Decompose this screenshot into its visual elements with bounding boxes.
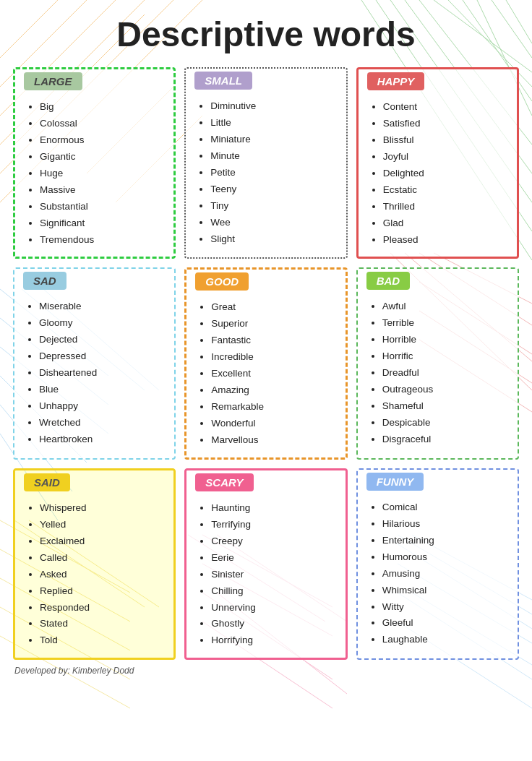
list-item: Asked	[40, 567, 165, 583]
list-item: Blue	[39, 382, 166, 398]
category-label-bad: BAD	[366, 272, 411, 290]
list-item: Blissful	[383, 132, 508, 149]
list-item: Disheartened	[39, 365, 166, 382]
list-item: Miserable	[39, 298, 166, 315]
list-item: Gleeful	[382, 615, 509, 632]
category-box-bad: BADAwfulTerribleHorribleHorrificDreadful…	[356, 267, 519, 459]
list-item: Called	[40, 550, 165, 567]
list-item: Depressed	[39, 348, 166, 365]
page: Descriptive words LARGEBigColossalEnormo…	[0, 0, 532, 761]
category-box-said: SAIDWhisperedYelledExclaimedCalledAskedR…	[13, 468, 176, 660]
list-item: Superior	[211, 316, 336, 332]
list-item: Humorous	[382, 549, 509, 566]
list-item: Despicable	[382, 415, 509, 431]
list-item: Sinister	[211, 567, 336, 583]
list-item: Stated	[40, 616, 165, 632]
list-item: Witty	[382, 599, 509, 616]
category-box-sad: SADMiserableGloomyDejectedDepressedDishe…	[13, 267, 176, 459]
word-list-large: BigColossalEnormousGiganticHugeMassiveSu…	[24, 99, 165, 248]
list-item: Disgraceful	[382, 431, 509, 448]
list-item: Replied	[40, 583, 165, 600]
list-item: Whimsical	[382, 582, 509, 599]
list-item: Gigantic	[40, 149, 165, 165]
list-item: Slight	[210, 231, 337, 248]
list-item: Outrageous	[382, 382, 509, 398]
list-item: Teeny	[210, 181, 337, 198]
list-item: Yelled	[40, 517, 165, 533]
list-item: Fantastic	[211, 332, 336, 349]
page-title: Descriptive words	[7, 7, 525, 54]
list-item: Whispered	[40, 500, 165, 517]
list-item: Told	[40, 632, 165, 649]
category-label-funny: FUNNY	[366, 473, 424, 491]
list-item: Amusing	[382, 566, 509, 582]
list-item: Amazing	[211, 382, 336, 399]
list-item: Thrilled	[383, 199, 508, 215]
category-box-happy: HAPPYContentSatisfiedBlissfulJoyfulDelig…	[356, 67, 519, 259]
list-item: Comical	[382, 499, 509, 516]
list-item: Massive	[40, 182, 165, 199]
word-list-happy: ContentSatisfiedBlissfulJoyfulDelightedE…	[367, 99, 508, 248]
word-list-scary: HauntingTerrifyingCreepyEerieSinisterChi…	[195, 500, 336, 649]
list-item: Heartbroken	[39, 431, 166, 448]
list-item: Great	[211, 299, 336, 316]
list-item: Horrific	[382, 348, 509, 365]
list-item: Eerie	[211, 550, 336, 567]
list-item: Exclaimed	[40, 533, 165, 550]
list-item: Horrifying	[211, 632, 336, 649]
list-item: Dreadful	[382, 365, 509, 382]
category-box-good: GOODGreatSuperiorFantasticIncredibleExce…	[184, 267, 347, 459]
list-item: Marvellous	[211, 432, 336, 449]
category-label-scary: SCARY	[195, 473, 253, 491]
list-item: Remarkable	[211, 399, 336, 416]
list-item: Wretched	[39, 415, 166, 431]
list-item: Miniature	[210, 132, 337, 148]
list-item: Pleased	[383, 232, 508, 249]
list-item: Wee	[210, 215, 337, 231]
list-item: Horrible	[382, 332, 509, 348]
category-box-funny: FUNNYComicalHilariousEntertainingHumorou…	[356, 468, 519, 660]
list-item: Delighted	[383, 165, 508, 182]
list-item: Awful	[382, 298, 509, 315]
category-label-good: GOOD	[195, 272, 249, 291]
word-list-bad: AwfulTerribleHorribleHorrificDreadfulOut…	[366, 298, 509, 447]
list-item: Satisfied	[383, 116, 508, 132]
list-item: Huge	[40, 165, 165, 182]
list-item: Responded	[40, 600, 165, 616]
category-label-large: LARGE	[24, 72, 82, 90]
word-list-sad: MiserableGloomyDejectedDepressedDisheart…	[23, 298, 166, 447]
list-item: Terrifying	[211, 517, 336, 533]
categories-grid: LARGEBigColossalEnormousGiganticHugeMass…	[7, 67, 525, 660]
list-item: Ecstatic	[383, 182, 508, 199]
word-list-small: DiminutiveLittleMiniatureMinutePetiteTee…	[194, 98, 337, 247]
category-label-happy: HAPPY	[367, 72, 425, 90]
list-item: Hilarious	[382, 516, 509, 533]
list-item: Little	[210, 115, 337, 132]
category-label-said: SAID	[24, 473, 70, 491]
list-item: Tiny	[210, 198, 337, 215]
footer-credit: Developed by: Kimberley Dodd	[7, 660, 525, 679]
list-item: Entertaining	[382, 533, 509, 549]
category-label-sad: SAD	[23, 272, 66, 290]
list-item: Incredible	[211, 349, 336, 366]
word-list-funny: ComicalHilariousEntertainingHumorousAmus…	[366, 499, 509, 648]
list-item: Petite	[210, 165, 337, 181]
list-item: Enormous	[40, 132, 165, 149]
list-item: Joyful	[383, 149, 508, 165]
category-box-scary: SCARYHauntingTerrifyingCreepyEerieSinist…	[184, 468, 347, 660]
list-item: Terrible	[382, 315, 509, 332]
category-box-large: LARGEBigColossalEnormousGiganticHugeMass…	[13, 67, 176, 259]
list-item: Chilling	[211, 583, 336, 600]
word-list-good: GreatSuperiorFantasticIncredibleExcellen…	[195, 299, 336, 448]
list-item: Dejected	[39, 332, 166, 348]
list-item: Content	[383, 99, 508, 116]
list-item: Haunting	[211, 500, 336, 517]
list-item: Colossal	[40, 116, 165, 132]
list-item: Unnerving	[211, 600, 336, 616]
list-item: Unhappy	[39, 398, 166, 415]
list-item: Substantial	[40, 199, 165, 215]
list-item: Tremendous	[40, 232, 165, 249]
list-item: Significant	[40, 215, 165, 232]
list-item: Ghostly	[211, 616, 336, 632]
list-item: Diminutive	[210, 98, 337, 115]
